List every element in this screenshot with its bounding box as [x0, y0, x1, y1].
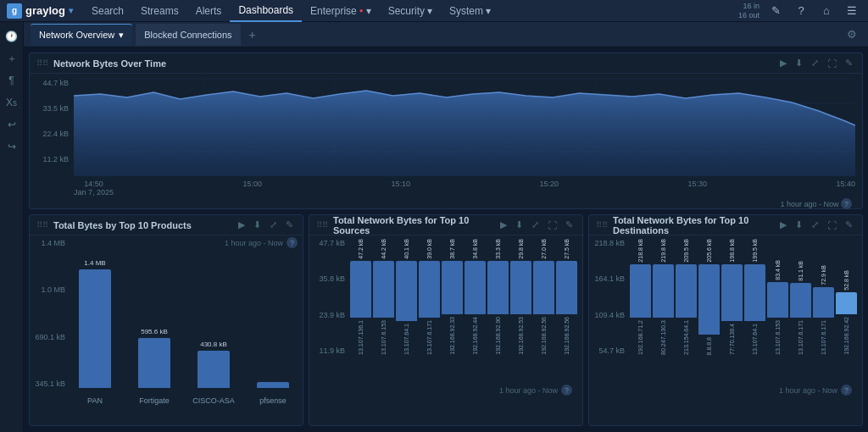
- bar-col-source-8: 27.0 kB192.168.92.56: [533, 239, 554, 355]
- resize-btn-sources[interactable]: ⤢: [529, 219, 542, 231]
- bar-col-pan: 1.4 MB: [70, 239, 120, 388]
- bar-col-dest-0: 218.8 kB192.168.71.2: [630, 239, 651, 355]
- edit-btn-sources[interactable]: ✎: [563, 219, 576, 231]
- download-btn-destinations[interactable]: ⬇: [793, 219, 805, 231]
- y-axis-products: 1.4 MB 1.0 MB 690.1 kB 345.1 kB: [31, 239, 69, 388]
- sidebar-text[interactable]: ¶: [3, 71, 21, 90]
- sidebar-plus[interactable]: ＋: [3, 49, 21, 68]
- edit-btn-products[interactable]: ✎: [283, 219, 296, 231]
- bar-col-dest-1: 219.8 kB80.247.130.3: [653, 239, 674, 355]
- nav-edit-btn[interactable]: ✎: [766, 2, 785, 20]
- play-btn-top[interactable]: ▶: [777, 57, 789, 69]
- bottom-panels: ⠿⠿ Total Bytes by Top 10 Products ▶ ⬇ ⤢ …: [29, 214, 863, 426]
- fullscreen-btn-top[interactable]: ⛶: [825, 58, 839, 69]
- bar-col-source-1: 44.2 kB13.107.6.153: [373, 239, 394, 355]
- bar-pfsense: [257, 382, 289, 388]
- help-sources[interactable]: ?: [561, 385, 572, 396]
- tabs-right: ⚙: [843, 25, 861, 44]
- dashboard: ⠿⠿ Network Bytes Over Time ▶ ⬇ ⤢ ⛶ ✎ 44.…: [24, 47, 868, 432]
- time-range-top: 1 hour ago - Now ?: [74, 198, 855, 209]
- bar-dest-9: [836, 292, 857, 314]
- dashboard-settings-btn[interactable]: ⚙: [843, 25, 861, 44]
- panel-header-top: ⠿⠿ Network Bytes Over Time ▶ ⬇ ⤢ ⛶ ✎: [30, 53, 862, 74]
- logo-text: graylog: [25, 4, 65, 17]
- y-axis-destinations: 218.8 kB 164.1 kB 109.4 kB 54.7 kB: [591, 239, 628, 355]
- logo-icon: g: [7, 3, 22, 19]
- main-content: Network Overview ▾ Blocked Connections +…: [24, 22, 868, 432]
- fullscreen-btn-destinations[interactable]: ⛶: [825, 219, 839, 231]
- x-axis-products: PAN Fortigate CISCO-ASA pfsense: [70, 396, 298, 405]
- bar-source-0: [350, 261, 371, 318]
- chart-body-sources: 47.7 kB 35.8 kB 23.9 kB 11.9 kB 47.2 kB1…: [309, 235, 582, 401]
- panel-header-products: ⠿⠿ Total Bytes by Top 10 Products ▶ ⬇ ⤢ …: [30, 215, 303, 235]
- nav-dashboards[interactable]: Dashboards: [230, 0, 302, 22]
- resize-btn-products[interactable]: ⤢: [267, 219, 280, 231]
- download-btn-sources[interactable]: ⬇: [513, 219, 526, 231]
- bars-sources: 47.2 kB13.107.136.144.2 kB13.107.6.15340…: [350, 239, 577, 355]
- bar-col-source-4: 38.7 kB192.168.92.33: [442, 239, 463, 355]
- edit-btn-destinations[interactable]: ✎: [843, 219, 855, 231]
- bar-col-dest-5: 199.5 kB13.107.64.1: [744, 239, 765, 355]
- sidebar-formula[interactable]: Xs: [3, 93, 21, 112]
- bar-source-7: [510, 261, 531, 314]
- bar-dest-5: [744, 264, 765, 321]
- nav-alerts[interactable]: Alerts: [187, 0, 231, 22]
- download-btn-products[interactable]: ⬇: [251, 219, 264, 231]
- bar-col-dest-2: 209.5 kB213.154.64.1: [676, 239, 697, 355]
- bar-col-source-2: 40.1 kB13.107.64.1: [396, 239, 417, 355]
- sidebar-redo[interactable]: ↪: [3, 137, 21, 156]
- nav-home-btn[interactable]: ⌂: [817, 2, 836, 20]
- sidebar-undo[interactable]: ↩: [3, 115, 21, 134]
- fullscreen-btn-sources[interactable]: ⛶: [545, 219, 559, 231]
- tab-blocked-connections[interactable]: Blocked Connections: [136, 24, 240, 46]
- nav-system[interactable]: System▾: [441, 0, 499, 22]
- drag-handle-products[interactable]: ⠿⠿: [36, 220, 48, 230]
- drag-handle[interactable]: ⠿⠿: [36, 58, 48, 68]
- help-icon-top[interactable]: ?: [841, 198, 852, 209]
- bar-col-source-9: 27.5 kB192.168.92.56: [556, 239, 577, 355]
- bars-products: 1.4 MB 595.6 kB 430.8 kB: [70, 239, 298, 388]
- bar-source-8: [533, 261, 554, 314]
- bar-col-dest-7: 81.1 kB13.107.6.171: [790, 239, 811, 355]
- nav-security[interactable]: Security▾: [380, 0, 441, 22]
- bar-dest-6: [767, 282, 788, 318]
- bar-dest-7: [790, 283, 811, 318]
- bar-col-dest-9: 52.8 kB192.168.92.42: [836, 239, 857, 355]
- drag-handle-destinations[interactable]: ⠿⠿: [596, 220, 608, 230]
- bar-dest-3: [698, 264, 720, 335]
- bar-source-3: [419, 261, 440, 318]
- panel-title-sources: Total Network Bytes for Top 10 Sources: [333, 215, 492, 235]
- bar-col-dest-6: 83.4 kB13.107.6.153: [767, 239, 788, 355]
- edit-btn-top[interactable]: ✎: [843, 57, 855, 69]
- play-btn-sources[interactable]: ▶: [498, 219, 509, 231]
- nav-menu-btn[interactable]: ☰: [843, 2, 861, 20]
- drag-handle-sources[interactable]: ⠿⠿: [316, 220, 328, 230]
- y-axis-sources: 47.7 kB 35.8 kB 23.9 kB 11.9 kB: [311, 239, 348, 355]
- tab-network-overview[interactable]: Network Overview ▾: [31, 24, 132, 46]
- bars-destinations: 218.8 kB192.168.71.2219.8 kB80.247.130.3…: [630, 239, 857, 355]
- tab-add-btn[interactable]: +: [244, 26, 261, 43]
- area-chart-svg: [74, 79, 855, 176]
- panel-header-destinations: ⠿⠿ Total Network Bytes for Top 10 Destin…: [589, 215, 862, 235]
- bar-source-5: [465, 261, 486, 314]
- download-btn-top[interactable]: ⬇: [793, 57, 805, 69]
- nav-streams[interactable]: Streams: [132, 0, 187, 22]
- bar-col-cisco: 430.8 kB: [189, 239, 238, 388]
- nav-help-btn[interactable]: ?: [792, 2, 810, 20]
- bar-dest-0: [630, 264, 651, 318]
- nav-enterprise[interactable]: Enterprise●▾: [302, 0, 380, 22]
- footer-destinations: 1 hour ago - Now ?: [774, 383, 857, 397]
- help-destinations[interactable]: ?: [841, 385, 852, 396]
- panel-actions-top: ▶ ⬇ ⤢ ⛶ ✎: [777, 57, 855, 69]
- footer-sources: 1 hour ago - Now ?: [494, 383, 577, 397]
- top-navigation: g graylog ▾ Search Streams Alerts Dashbo…: [0, 0, 868, 22]
- play-btn-destinations[interactable]: ▶: [777, 219, 789, 231]
- resize-btn-destinations[interactable]: ⤢: [809, 219, 821, 231]
- bar-source-1: [373, 261, 394, 318]
- play-btn-products[interactable]: ▶: [236, 219, 248, 231]
- sidebar-clock[interactable]: 🕐: [3, 27, 21, 46]
- nav-search[interactable]: Search: [83, 0, 132, 22]
- bar-source-9: [556, 261, 577, 314]
- chart-body-destinations: 218.8 kB 164.1 kB 109.4 kB 54.7 kB 218.8…: [589, 235, 862, 401]
- resize-btn-top[interactable]: ⤢: [809, 57, 821, 69]
